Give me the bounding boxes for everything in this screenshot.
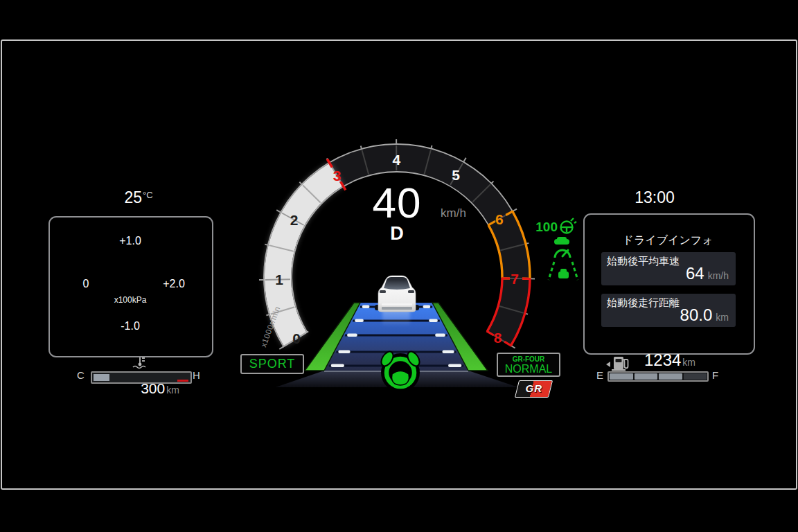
fuel-range-value: 1234	[644, 351, 681, 369]
clock: 13:00	[613, 188, 696, 207]
steering-assist-icon	[561, 218, 577, 233]
outside-temp-value: 25	[124, 188, 142, 206]
drive-mode-badge: SPORT	[240, 354, 304, 374]
coolant-hot-label: H	[193, 369, 200, 381]
fuel-empty-label: E	[596, 369, 603, 381]
svg-text:8: 8	[494, 330, 502, 346]
gr-logo-text: GR	[517, 381, 550, 396]
fuel-level-bar	[608, 371, 709, 382]
svg-text:4: 4	[392, 152, 400, 168]
drive-info-title: ドライブインフォ	[597, 233, 738, 248]
svg-text:0: 0	[292, 330, 301, 346]
fuel-segment	[659, 373, 682, 380]
coolant-cold-label: C	[77, 369, 85, 381]
svg-text:7: 7	[511, 271, 519, 287]
fuel-filler-side-arrow	[606, 362, 610, 367]
svg-text:5: 5	[452, 167, 460, 183]
radar-cruise-icon	[554, 237, 570, 258]
assist-set-speed: 100	[534, 220, 558, 235]
speed-unit: km/h	[441, 206, 466, 220]
fuel-segment	[610, 373, 633, 380]
svg-text:6: 6	[495, 211, 504, 227]
trip-distance-card: 始動後走行距離 80.0 km	[601, 294, 736, 327]
awd-mode-badge: GR-FOUR NORMAL	[497, 353, 560, 377]
trip-distance-value: 80.0	[680, 305, 713, 325]
avg-speed-value: 64	[686, 264, 704, 283]
gr-brand-logo: GR	[515, 380, 553, 398]
speed-value: 40	[348, 181, 445, 224]
svg-text:3: 3	[333, 168, 342, 184]
instrument-cluster: 012345678 x1000r/min	[0, 0, 798, 532]
awd-system-label: GR-FOUR	[498, 356, 559, 363]
fuel-range-unit: km	[682, 357, 695, 368]
boost-label-left: 0	[65, 278, 107, 290]
svg-text:2: 2	[290, 212, 299, 228]
awd-mode-label: NORMAL	[498, 364, 559, 375]
fuel-pump-icon	[612, 357, 628, 371]
car-icon	[375, 276, 419, 312]
avg-speed-card: 始動後平均車速 64 km/h	[601, 252, 736, 285]
boost-label-bottom: -1.0	[109, 320, 151, 332]
gear-indicator: D	[376, 223, 418, 245]
fuel-segment	[684, 373, 707, 380]
outside-temp-unit: °C	[143, 190, 153, 200]
fuel-segment	[635, 373, 658, 380]
outside-temperature: 25°C	[97, 188, 180, 207]
odometer-unit: km	[166, 384, 179, 396]
fuel-full-label: F	[712, 369, 718, 381]
avg-speed-label: 始動後平均車速	[607, 255, 680, 268]
coolant-temp-fill	[94, 374, 109, 381]
boost-label-right: +2.0	[153, 278, 195, 290]
avg-speed-unit: km/h	[708, 270, 729, 281]
lane-trace-icon	[549, 262, 578, 280]
odometer-value: 300	[141, 380, 165, 396]
boost-unit-label: x100kPa	[103, 295, 158, 305]
trip-distance-unit: km	[716, 312, 729, 323]
svg-text:1: 1	[275, 272, 283, 287]
odometer: 300km	[115, 380, 205, 397]
boost-label-top: +1.0	[109, 235, 151, 247]
fuel-range: 1234km	[632, 351, 708, 370]
trip-distance-label: 始動後走行距離	[607, 296, 680, 310]
